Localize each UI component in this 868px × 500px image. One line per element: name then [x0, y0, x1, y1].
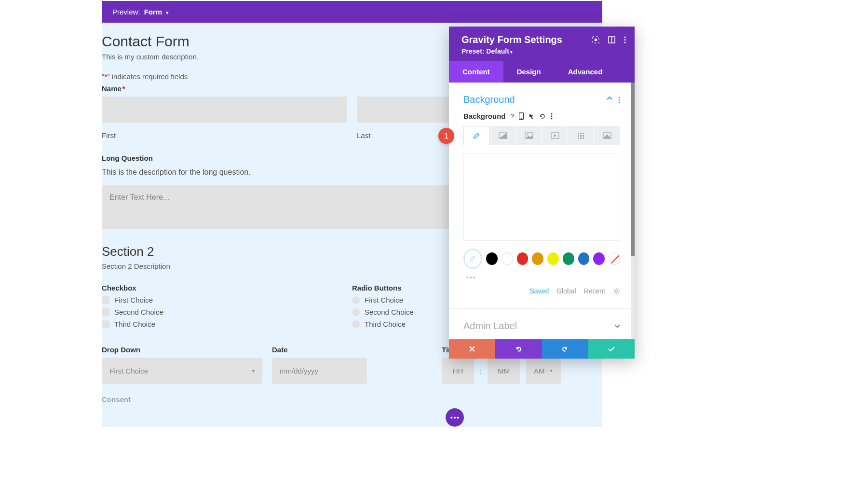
scrollbar-thumb[interactable] [631, 83, 635, 256]
time-separator: : [480, 367, 482, 375]
svg-line-42 [618, 289, 619, 290]
time-mm-input[interactable]: MM [488, 358, 520, 384]
svg-rect-29 [578, 138, 579, 139]
svg-rect-24 [580, 133, 582, 134]
dropdown-select[interactable]: First Choice [102, 358, 262, 384]
reset-icon[interactable] [539, 113, 546, 120]
more-icon[interactable] [618, 97, 620, 103]
swatch-purple[interactable] [593, 252, 605, 265]
background-label-row: Background ? [463, 112, 620, 120]
checkbox-label: Checkbox [102, 284, 352, 292]
section-admin-label[interactable]: Admin Label [449, 308, 635, 339]
bg-tab-gradient[interactable] [490, 126, 516, 145]
svg-point-14 [521, 118, 522, 119]
more-icon[interactable] [551, 113, 553, 120]
redo-button[interactable] [542, 339, 588, 359]
date-label: Date [272, 346, 367, 354]
annotation-badge: 1 [438, 128, 454, 144]
panel-preset[interactable]: Preset: Default [461, 47, 626, 55]
background-type-tabs [463, 126, 620, 145]
bg-tab-image[interactable] [516, 126, 542, 145]
color-palette-tabs: Saved Global Recent [449, 286, 635, 305]
chevron-down-icon [164, 8, 169, 16]
svg-point-10 [619, 97, 620, 98]
swatch-black[interactable] [486, 252, 498, 265]
time-hh-input[interactable]: HH [442, 358, 474, 384]
svg-point-17 [551, 118, 552, 119]
checkbox-icon [102, 308, 109, 316]
first-name-input[interactable] [102, 97, 347, 123]
svg-point-34 [615, 290, 617, 292]
radio-icon [352, 320, 360, 328]
color-tab-saved[interactable]: Saved [529, 287, 549, 295]
svg-rect-4 [595, 39, 597, 41]
expand-icon[interactable] [592, 36, 599, 43]
svg-line-39 [614, 289, 615, 290]
panel-body: Background Background ? [449, 83, 635, 339]
swatch-red[interactable] [517, 252, 529, 265]
color-tab-recent[interactable]: Recent [584, 287, 605, 295]
checkbox-option[interactable]: First Choice [102, 296, 352, 304]
hover-icon[interactable] [529, 113, 534, 120]
consent-label: Consent [102, 395, 602, 403]
phone-icon[interactable] [519, 112, 524, 120]
tab-content[interactable]: Content [449, 61, 503, 83]
svg-point-33 [470, 260, 472, 262]
svg-point-21 [527, 134, 529, 136]
svg-point-2 [457, 417, 459, 418]
color-tab-global[interactable]: Global [556, 287, 576, 295]
bg-tab-mask[interactable] [594, 126, 620, 145]
cancel-button[interactable] [449, 339, 495, 359]
svg-point-11 [619, 99, 620, 100]
background-preview[interactable] [463, 153, 620, 241]
svg-rect-31 [583, 138, 584, 139]
svg-line-40 [618, 292, 619, 293]
preview-bar[interactable]: Preview: Form [102, 1, 602, 23]
checkbox-option[interactable]: Third Choice [102, 320, 352, 328]
svg-rect-28 [583, 135, 584, 137]
columns-icon[interactable] [608, 36, 615, 43]
svg-rect-27 [580, 135, 582, 137]
undo-button[interactable] [495, 339, 542, 359]
more-icon[interactable] [624, 36, 626, 43]
svg-rect-26 [578, 135, 579, 137]
eyedropper-button[interactable] [463, 249, 482, 269]
svg-point-7 [624, 36, 625, 38]
gear-icon[interactable] [613, 288, 620, 295]
radio-icon [352, 308, 360, 316]
panel-header: Gravity Form Settings Preset: Default [449, 27, 635, 61]
tab-design[interactable]: Design [503, 61, 555, 83]
color-swatches [449, 249, 635, 273]
svg-point-16 [551, 115, 552, 117]
panel-footer [449, 339, 635, 359]
swatch-white[interactable] [502, 252, 513, 265]
help-icon[interactable]: ? [511, 112, 514, 120]
date-input[interactable]: mm/dd/yyyy [272, 358, 367, 384]
swatch-none[interactable] [609, 252, 620, 265]
swatch-orange[interactable] [532, 252, 543, 265]
bg-tab-video[interactable] [542, 126, 568, 145]
svg-rect-23 [578, 133, 579, 134]
panel-title: Gravity Form Settings [461, 34, 562, 45]
svg-point-12 [619, 101, 620, 103]
first-name-sublabel: First [102, 131, 347, 139]
swatch-blue[interactable] [578, 252, 590, 265]
bg-tab-color[interactable] [463, 126, 490, 145]
save-button[interactable] [588, 339, 635, 359]
section-background[interactable]: Background [449, 91, 635, 112]
background-label: Background [463, 112, 506, 120]
chevron-up-icon[interactable] [607, 97, 612, 103]
fab-more-button[interactable] [446, 408, 464, 427]
svg-rect-30 [580, 138, 582, 139]
preview-label: Preview: [112, 8, 140, 16]
more-dots-icon[interactable]: ••• [449, 273, 635, 286]
time-ampm-select[interactable]: AM [526, 358, 561, 384]
checkbox-option[interactable]: Second Choice [102, 308, 352, 316]
swatch-yellow[interactable] [547, 252, 559, 265]
swatch-green[interactable] [563, 252, 574, 265]
svg-rect-25 [583, 133, 584, 134]
tab-advanced[interactable]: Advanced [555, 61, 616, 83]
bg-tab-pattern[interactable] [568, 126, 594, 145]
settings-panel: Gravity Form Settings Preset: Default Co… [449, 27, 635, 359]
dropdown-label: Drop Down [102, 346, 262, 354]
